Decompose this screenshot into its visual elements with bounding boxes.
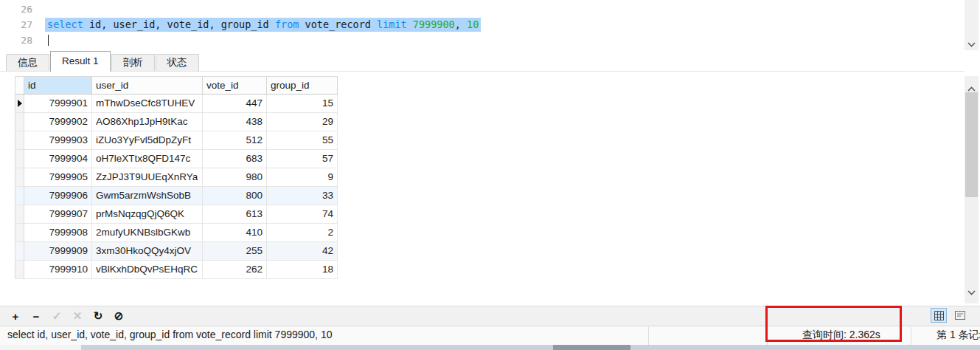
- cell-vote-id[interactable]: 683: [203, 150, 267, 168]
- tab-info[interactable]: 信息: [6, 54, 49, 71]
- cell-vote-id[interactable]: 447: [203, 95, 267, 113]
- row-selector[interactable]: [15, 150, 24, 168]
- line-number: 26: [0, 1, 43, 17]
- text-caret: [48, 35, 49, 46]
- cell-user-id[interactable]: iZUo3YyFvl5dDpZyFt: [92, 131, 203, 150]
- cell-vote-id[interactable]: 438: [203, 113, 267, 131]
- code-line[interactable]: [43, 1, 45, 17]
- cell-id[interactable]: 7999906: [24, 187, 92, 205]
- cell-id[interactable]: 7999901: [24, 95, 92, 113]
- cell-vote-id[interactable]: 512: [203, 131, 267, 150]
- cell-group-id[interactable]: 15: [267, 95, 338, 113]
- row-selector[interactable]: [15, 95, 24, 113]
- cell-id[interactable]: 7999907: [24, 205, 92, 224]
- grid-corner-cell[interactable]: [15, 76, 24, 95]
- sql-keyword: limit: [377, 18, 407, 30]
- column-header-id[interactable]: id: [24, 76, 92, 95]
- editor-line: 27 select id, user_id, vote_id, group_id…: [0, 17, 965, 32]
- statusbar-divider: [648, 327, 649, 345]
- editor-scrollbar[interactable]: [965, 0, 979, 50]
- line-number: 27: [0, 17, 43, 32]
- cell-group-id[interactable]: 57: [267, 150, 338, 168]
- table-row: 7999905 ZzJPJ3T9UUEqXnRYa 980 9: [15, 168, 338, 187]
- cell-user-id[interactable]: mThwDseCfc8TUHEV: [92, 95, 203, 113]
- table-row: 7999908 2mufyUKNBslbGKwb 410 2: [15, 224, 338, 242]
- sql-number: 7999900: [413, 18, 455, 30]
- cell-vote-id[interactable]: 255: [203, 242, 267, 261]
- tab-status[interactable]: 状态: [156, 54, 199, 71]
- cell-user-id[interactable]: Gwm5arzmWshSobB: [92, 187, 203, 205]
- row-selector[interactable]: [15, 187, 24, 205]
- stop-button[interactable]: ⊘: [114, 309, 124, 323]
- cell-user-id[interactable]: 3xm30HkoQQy4xjOV: [92, 242, 203, 261]
- statusbar-divider: [767, 327, 768, 345]
- code-line-sql[interactable]: select id, user_id, vote_id, group_id fr…: [43, 17, 481, 32]
- selected-sql-text: select id, user_id, vote_id, group_id fr…: [45, 18, 481, 32]
- row-selector[interactable]: [15, 224, 24, 242]
- cell-group-id[interactable]: 9: [267, 168, 338, 187]
- sql-editor[interactable]: 26 27 select id, user_id, vote_id, group…: [0, 0, 965, 50]
- chevron-down-icon[interactable]: [967, 37, 976, 50]
- delete-record-button[interactable]: −: [31, 310, 41, 323]
- tab-result-1[interactable]: Result 1: [50, 51, 111, 72]
- sql-keyword: from: [275, 18, 299, 30]
- row-selector[interactable]: [15, 242, 24, 261]
- discard-changes-button[interactable]: ✕: [72, 309, 83, 323]
- cell-id[interactable]: 7999905: [24, 168, 92, 187]
- cell-vote-id[interactable]: 613: [203, 205, 267, 224]
- grid-scrollbar[interactable]: [965, 76, 979, 303]
- row-selector[interactable]: [15, 113, 24, 131]
- column-header-vote-id[interactable]: vote_id: [203, 76, 267, 95]
- sql-keyword: select: [47, 18, 83, 30]
- result-grid: id user_id vote_id group_id 7999901 mThw…: [15, 76, 338, 279]
- cell-id[interactable]: 7999903: [24, 131, 92, 150]
- cell-id[interactable]: 7999902: [24, 113, 92, 131]
- cell-user-id[interactable]: 2mufyUKNBslbGKwb: [92, 224, 203, 242]
- row-selector[interactable]: [15, 261, 24, 279]
- column-header-group-id[interactable]: group_id: [267, 76, 338, 95]
- cell-group-id[interactable]: 55: [267, 131, 338, 150]
- cell-vote-id[interactable]: 800: [203, 187, 267, 205]
- cell-group-id[interactable]: 74: [267, 205, 338, 224]
- table-row: 7999906 Gwm5arzmWshSobB 800 33: [15, 187, 338, 205]
- cell-group-id[interactable]: 2: [267, 224, 338, 242]
- cell-id[interactable]: 7999908: [24, 224, 92, 242]
- scrollbar-thumb[interactable]: [553, 345, 630, 350]
- row-selector[interactable]: [15, 205, 24, 224]
- cell-group-id[interactable]: 33: [267, 187, 338, 205]
- code-line[interactable]: [43, 32, 49, 48]
- row-selector[interactable]: [15, 168, 24, 187]
- refresh-button[interactable]: ↻: [93, 309, 103, 323]
- tab-profile[interactable]: 剖析: [111, 54, 155, 71]
- grid-view-button[interactable]: [931, 308, 947, 323]
- cell-vote-id[interactable]: 410: [203, 224, 267, 242]
- cell-user-id[interactable]: AO86Xhp1JpH9tKac: [92, 113, 203, 131]
- cell-id[interactable]: 7999904: [24, 150, 92, 168]
- outer-horizontal-scrollbar[interactable]: [0, 345, 980, 350]
- cell-user-id[interactable]: ZzJPJ3T9UUEqXnRYa: [92, 168, 203, 187]
- result-tabbar: 信息 Result 1 剖析 状态: [0, 50, 965, 72]
- cell-id[interactable]: 7999910: [24, 261, 92, 279]
- table-row: 7999902 AO86Xhp1JpH9tKac 438 29: [15, 113, 338, 131]
- cell-vote-id[interactable]: 262: [203, 261, 267, 279]
- cell-group-id[interactable]: 42: [267, 242, 338, 261]
- cell-user-id[interactable]: prMsNqzqgQjQ6QK: [92, 205, 203, 224]
- cell-id[interactable]: 7999909: [24, 242, 92, 261]
- cell-group-id[interactable]: 29: [267, 113, 338, 131]
- scrollbar-thumb[interactable]: [965, 92, 978, 197]
- chevron-down-icon[interactable]: [967, 285, 976, 298]
- table-row: 7999907 prMsNqzqgQjQ6QK 613 74: [15, 205, 338, 224]
- cell-user-id[interactable]: vBlKxhDbQvPsEHqRC: [92, 261, 203, 279]
- cell-group-id[interactable]: 18: [267, 261, 338, 279]
- grid-toolbar: + − ✓ ✕ ↻ ⊘: [0, 306, 980, 326]
- sql-space: [407, 18, 413, 30]
- cell-user-id[interactable]: oH7leXTtx8QFD147c: [92, 150, 203, 168]
- editor-line: 26: [0, 1, 965, 17]
- cell-vote-id[interactable]: 980: [203, 168, 267, 187]
- form-view-button[interactable]: [952, 308, 968, 323]
- apply-changes-button[interactable]: ✓: [52, 309, 62, 323]
- editor-line: 28: [0, 32, 965, 48]
- column-header-user-id[interactable]: user_id: [92, 76, 203, 95]
- add-record-button[interactable]: +: [10, 310, 21, 323]
- row-selector[interactable]: [15, 131, 24, 150]
